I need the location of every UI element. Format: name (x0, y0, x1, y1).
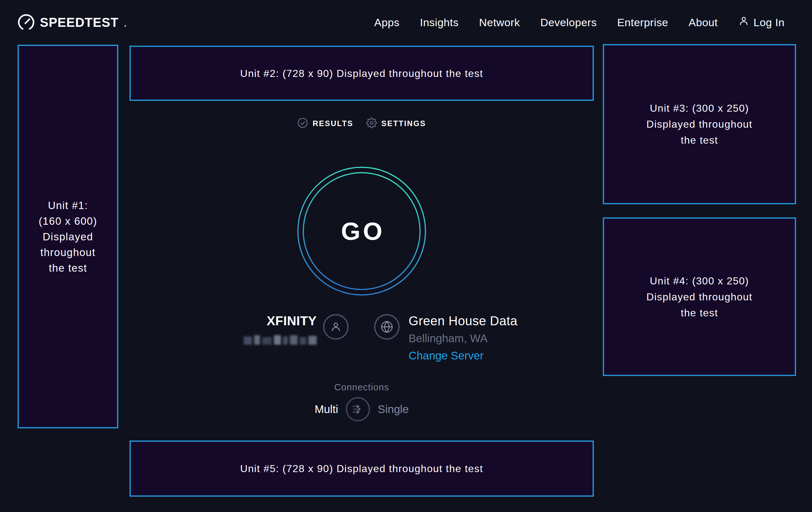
ad-unit-2: Unit #2: (728 x 90) Displayed throughout… (129, 46, 594, 101)
nav-item-about[interactable]: About (689, 16, 718, 29)
nav-item-developers[interactable]: Developers (540, 16, 597, 29)
tab-settings-label: SETTINGS (381, 119, 426, 128)
nav-item-insights[interactable]: Insights (420, 16, 459, 29)
isp-name: XFINITY (267, 314, 317, 328)
ad-unit-5-text: Unit #5: (728 x 90) Displayed throughout… (240, 461, 483, 477)
server-block: Green House Data Bellingham, WA Change S… (362, 314, 594, 362)
connection-mode-multi[interactable]: Multi (315, 403, 338, 415)
isp-user-icon (323, 314, 349, 340)
trademark-mark (124, 25, 126, 27)
nav-item-apps[interactable]: Apps (374, 16, 400, 29)
server-location: Bellingham, WA (409, 332, 518, 345)
ad-unit-3: Unit #3: (300 x 250) Displayed throughou… (603, 44, 796, 204)
multi-connections-icon (351, 402, 365, 416)
ad-unit-3-text: Unit #3: (300 x 250) Displayed throughou… (646, 100, 752, 148)
ad-unit-4: Unit #4: (300 x 250) Displayed throughou… (603, 217, 796, 376)
check-circle-icon (297, 117, 308, 130)
tab-settings[interactable]: SETTINGS (366, 117, 426, 130)
connections-section: Connections Multi Single (129, 382, 594, 421)
top-nav-bar: SPEEDTEST Apps Insights Network Develope… (0, 0, 812, 45)
ad-unit-1-text: Unit #1: (160 x 600) Displayed throughou… (38, 197, 97, 276)
user-icon (738, 15, 750, 29)
server-globe-icon (374, 314, 400, 340)
tab-results-label: RESULTS (313, 119, 353, 128)
speedtest-logo[interactable]: SPEEDTEST (18, 14, 126, 31)
connections-title: Connections (334, 382, 389, 393)
speedometer-icon (18, 14, 35, 31)
connection-toggle[interactable] (346, 397, 370, 421)
ad-unit-1: Unit #1: (160 x 600) Displayed throughou… (18, 45, 118, 428)
ad-unit-4-text: Unit #4: (300 x 250) Displayed throughou… (646, 273, 752, 321)
isp-ip-redacted (244, 335, 317, 345)
connections-toggle-row: Multi Single (315, 397, 409, 421)
ad-unit-2-text: Unit #2: (728 x 90) Displayed throughout… (240, 65, 483, 81)
view-tabs: RESULTS SETTINGS (129, 117, 594, 130)
gear-icon (366, 117, 377, 130)
go-button[interactable]: GO (297, 166, 427, 296)
test-endpoints-row: XFINITY Green House (129, 314, 594, 362)
login-button[interactable]: Log In (738, 15, 785, 29)
isp-block: XFINITY (129, 314, 362, 362)
tab-results[interactable]: RESULTS (297, 117, 353, 130)
server-name: Green House Data (409, 314, 518, 328)
logo-wordmark: SPEEDTEST (40, 16, 119, 29)
main-nav: Apps Insights Network Developers Enterpr… (374, 15, 785, 29)
ad-unit-5: Unit #5: (728 x 90) Displayed throughout… (129, 440, 594, 497)
nav-item-network[interactable]: Network (479, 16, 520, 29)
connection-mode-single[interactable]: Single (378, 403, 409, 415)
go-button-label: GO (297, 166, 427, 296)
login-label: Log In (753, 16, 785, 29)
speedtest-page: SPEEDTEST Apps Insights Network Develope… (0, 0, 812, 512)
nav-item-enterprise[interactable]: Enterprise (617, 16, 668, 29)
change-server-link[interactable]: Change Server (409, 349, 518, 362)
